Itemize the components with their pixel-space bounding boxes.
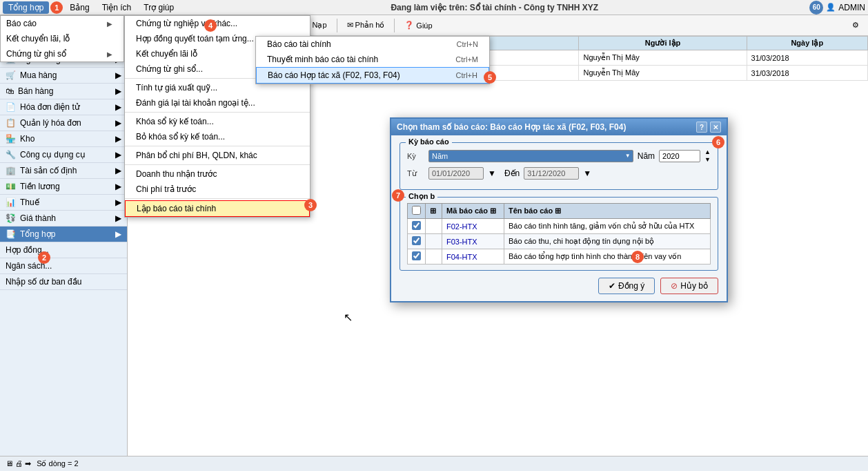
sidebar-item-ban-hang[interactable]: 🛍 Bán hàng ▶ xyxy=(0,84,127,99)
dd-phan-bo[interactable]: Phân bổ chi phí BH, QLDN, khác xyxy=(125,148,310,163)
report-row-2[interactable]: F03-HTX Báo cáo thu, chi hoạt động tín d… xyxy=(408,234,711,249)
nam-input[interactable] xyxy=(659,150,700,162)
sidebar-item-gia-thanh[interactable]: 💱 Giá thành ▶ xyxy=(0,211,127,227)
dd-chung-tu-nghiep-vu[interactable]: Chứng từ nghiệp vụ khác... xyxy=(125,16,310,31)
sidebar-item-thue-label: Thuế xyxy=(20,198,39,207)
to-date-input[interactable] xyxy=(524,167,579,180)
ban-hang-icon: 🛍 xyxy=(6,86,14,96)
sidebar-item-hop-dong[interactable]: Hợp đồng... xyxy=(0,242,127,258)
status-so-dong: Số dòng = 2 xyxy=(37,459,79,468)
sidebar-item-tong-hop[interactable]: 📑 Tổng hợp ▶ xyxy=(0,227,127,242)
dd-ket-chuyen-label: Kết chuyển lãi, lỗ xyxy=(6,34,70,44)
sidebar-item-kho[interactable]: 🏪 Kho ▶ xyxy=(0,131,127,147)
dd-bao-cao[interactable]: Báo cáo ▶ xyxy=(1,16,124,31)
qlhd-arrow: ▶ xyxy=(115,118,121,128)
user-badge: 60 xyxy=(809,1,823,15)
dialog-help-button[interactable]: ? xyxy=(696,122,707,133)
dropdown-from-arrow[interactable]: ▼ xyxy=(488,169,496,178)
sidebar-item-nhap-so[interactable]: Nhập số dư ban đầu xyxy=(0,274,127,290)
tai-san-icon: 🏢 xyxy=(6,166,16,175)
mua-hang-arrow: ▶ xyxy=(115,70,121,80)
confirm-button[interactable]: ✔ Đồng ý xyxy=(598,278,655,294)
dd-bo-khoa-so[interactable]: Bỏ khóa sổ kỳ kế toán... xyxy=(125,129,310,144)
report-row-1[interactable]: F02-HTX Báo cáo tình hình tăng, giảm vốn… xyxy=(408,219,711,234)
sep-tonghop-2 xyxy=(125,112,310,113)
sidebar-item-quan-ly-hoa-don[interactable]: 📋 Quản lý hóa đơn ▶ xyxy=(0,115,127,131)
cancel-button[interactable]: ⊘ Hủy bỏ xyxy=(660,278,718,294)
r3-check-cell[interactable] xyxy=(408,249,426,265)
select-all-checkbox[interactable] xyxy=(412,206,421,215)
r1-check-cell[interactable] xyxy=(408,219,426,234)
section-chon-bao-cao: Chọn b 7 ⊞ Mã báo cáo ⊞ Tên báo cáo ⊞ xyxy=(400,197,718,271)
help-icon: ❓ xyxy=(404,21,414,30)
dd-bao-cao-htx[interactable]: Báo cáo Hợp tác xã (F02, F03, F04) Ctrl+… xyxy=(256,67,489,84)
sep-tonghop-4 xyxy=(125,164,310,165)
sidebar-item-cong-cu[interactable]: 🔧 Công cụ dụng cụ ▶ xyxy=(0,147,127,163)
sidebar-item-ngan-sach[interactable]: Ngân sách... xyxy=(0,258,127,274)
menu-tien-ich[interactable]: Tiện ích xyxy=(97,1,137,14)
gia-thanh-icon: 💱 xyxy=(6,213,16,223)
nam-down[interactable]: ▼ xyxy=(704,156,711,163)
badge-4: 4 xyxy=(204,19,217,32)
r3-checkbox[interactable] xyxy=(412,251,421,260)
tu-label: Từ xyxy=(407,169,424,178)
dd-doanh-thu[interactable]: Doanh thu nhận trước xyxy=(125,166,310,182)
dd-bao-cao-tc[interactable]: Báo cáo tài chính Ctrl+N xyxy=(256,37,489,52)
dd-khoa-so[interactable]: Khóa sổ kỳ kế toán... xyxy=(125,114,310,129)
sep-tonghop-5 xyxy=(125,198,310,199)
quan-ly-icon: 📋 xyxy=(6,118,16,128)
r1-checkbox[interactable] xyxy=(412,221,421,230)
nam-spinner: ▲ ▼ xyxy=(704,148,711,163)
menu-bang[interactable]: Bảng xyxy=(64,1,95,14)
dd-chung-tu-ghi-so[interactable]: Chứng từ ghi sổ ▶ xyxy=(1,46,124,61)
r3-code: F04-HTX xyxy=(442,249,504,265)
thue-arrow: ▶ xyxy=(115,198,121,207)
sep-6 xyxy=(394,19,395,32)
sidebar-item-hoa-don[interactable]: 📄 Hóa đơn điện tử ▶ xyxy=(0,99,127,115)
sidebar-item-thue[interactable]: 📊 Thuế ▶ xyxy=(0,195,127,211)
nam-up[interactable]: ▲ xyxy=(704,148,711,155)
hoa-don-icon: 📄 xyxy=(6,102,16,112)
dropdown-to-arrow[interactable]: ▼ xyxy=(583,169,591,178)
report-row-3[interactable]: F04-HTX Báo cáo tổng hợp tình hình cho t… xyxy=(408,249,711,265)
ky-select[interactable]: Năm Quý Tháng xyxy=(428,150,633,162)
r2-check-cell[interactable] xyxy=(408,234,426,249)
tien-luong-arrow: ▶ xyxy=(115,182,121,191)
dd-tm-shortcut: Ctrl+M xyxy=(455,55,478,64)
sidebar-item-tai-san[interactable]: 🏢 Tài sản cố định ▶ xyxy=(0,163,127,179)
dialog-close-button[interactable]: ✕ xyxy=(710,122,721,133)
tong-hop-arrow: ▶ xyxy=(115,229,121,239)
r2-checkbox[interactable] xyxy=(412,236,421,245)
sidebar-item-qlhd-label: Quản lý hóa đơn xyxy=(20,118,81,128)
dialog-title-buttons: ? ✕ xyxy=(696,122,721,133)
tai-san-arrow: ▶ xyxy=(115,166,121,175)
badge-6: 6 xyxy=(712,136,724,148)
col-ngay-lap: Ngày lập xyxy=(747,37,867,50)
confirm-icon: ✔ xyxy=(609,281,615,291)
r2-name: Báo cáo thu, chi hoạt động tín dụng nội … xyxy=(504,234,711,249)
dialog-title: Chọn tham số báo cáo: Báo cáo Hợp tác xã… xyxy=(397,122,626,132)
sidebar-item-tai-san-label: Tài sản cố định xyxy=(20,166,77,175)
dd-danh-gia-lai[interactable]: Đánh giá lại tài khoản ngoại tệ... xyxy=(125,95,310,110)
menu-tro-giup[interactable]: Trợ giúp xyxy=(138,1,179,14)
dd-ctgs-label: Chứng từ ghi sổ xyxy=(6,49,66,59)
toolbar-phan-ho[interactable]: ✉ Phản hồ xyxy=(341,18,391,32)
dd-thuyet-minh[interactable]: Thuyết minh báo cáo tài chính Ctrl+M xyxy=(256,52,489,67)
cong-cu-icon: 🔧 xyxy=(6,150,16,160)
report-col-name: Tên báo cáo ⊞ xyxy=(504,204,711,219)
dd-bao-cao-label: Báo cáo xyxy=(6,19,37,28)
phan-ho-icon: ✉ xyxy=(347,21,353,30)
sidebar-item-tien-luong[interactable]: 💵 Tiền lương ▶ xyxy=(0,179,127,195)
section-ky-bao-cao: Kỳ báo cáo Kỳ Năm Quý Tháng Năm ▲ ▼ xyxy=(400,142,718,190)
dd-lap-bao-cao[interactable]: Lập báo cáo tài chính xyxy=(125,200,310,217)
dd-tm-label: Thuyết minh báo cáo tài chính xyxy=(267,55,378,64)
toolbar-giup[interactable]: ❓ Giúp xyxy=(398,18,438,32)
from-date-input[interactable] xyxy=(428,167,484,180)
sidebar-item-mua-hang[interactable]: 🛒 Mua hàng ▶ xyxy=(0,68,127,84)
toolbar-settings[interactable]: ⚙ xyxy=(846,18,865,32)
dialog-title-bar: Chọn tham số báo cáo: Báo cáo Hợp tác xã… xyxy=(391,119,727,135)
menu-nghiep-vu[interactable]: Tổng hợp xyxy=(3,1,49,14)
toolbar-nap-label: Nạp xyxy=(313,21,327,30)
dd-ket-chuyen[interactable]: Kết chuyển lãi, lỗ xyxy=(1,31,124,46)
dd-chi-phi[interactable]: Chi phí trả trước xyxy=(125,182,310,197)
